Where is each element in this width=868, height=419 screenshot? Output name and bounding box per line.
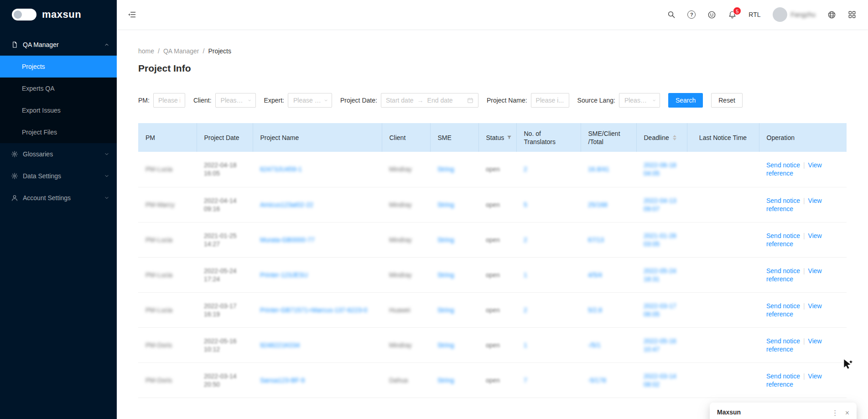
filter-funnel-icon[interactable] xyxy=(507,135,512,140)
deadline-link[interactable]: 2022-05-2418:31 xyxy=(644,267,680,283)
breadcrumb-current: Projects xyxy=(208,47,231,55)
popup-actions: ⋮ × xyxy=(832,409,849,417)
more-options-icon[interactable]: ⋮ xyxy=(832,409,839,417)
sme-link[interactable]: String xyxy=(437,341,454,349)
gear-icon xyxy=(11,172,18,180)
translators-link[interactable]: 7 xyxy=(524,377,527,384)
search-icon[interactable] xyxy=(667,10,676,19)
deadline-link[interactable]: 2021-01-2803:05 xyxy=(644,232,680,248)
sort-icon[interactable] xyxy=(673,135,676,140)
client-value: Mindray xyxy=(389,236,412,243)
deadline-link[interactable]: 2022-03-1706:05 xyxy=(644,302,680,318)
rtl-toggle[interactable]: RTL xyxy=(748,11,760,18)
col-client: Client xyxy=(382,123,430,152)
client-select[interactable]: Please s... xyxy=(215,93,256,108)
sme-link[interactable]: String xyxy=(437,236,454,243)
ratio-link[interactable]: 25/168 xyxy=(588,201,608,208)
sidebar-item-projects[interactable]: Projects xyxy=(0,56,117,78)
status-value: open xyxy=(486,166,500,173)
client-filter-group: Client: Please s... xyxy=(193,93,256,108)
sidebar-item-qa-manager[interactable]: QA Manager xyxy=(0,34,117,56)
end-date-placeholder: End date xyxy=(427,97,453,104)
send-notice-link[interactable]: Send notice xyxy=(766,372,800,380)
breadcrumb-qa-manager[interactable]: QA Manager xyxy=(163,47,199,55)
project-name-link[interactable]: 9248221K034 xyxy=(260,341,300,349)
deadline-link[interactable]: 2022-06-1804:05 xyxy=(644,161,680,177)
username: Fangzhu xyxy=(791,11,816,18)
translators-link[interactable]: 5 xyxy=(524,201,527,208)
sidebar-item-data-settings[interactable]: Data Settings xyxy=(0,165,117,187)
translators-link[interactable]: 1 xyxy=(524,271,527,279)
date-range-picker[interactable]: Start date → End date xyxy=(381,93,478,108)
sidebar-item-project-files[interactable]: Project Files xyxy=(0,121,117,143)
ratio-link[interactable]: 16.8/41 xyxy=(588,166,609,173)
table-row: PM-Lucia 2021-01-2514:27 Murata-GB0000-7… xyxy=(138,222,847,257)
expert-select[interactable]: Please s... xyxy=(288,93,332,108)
search-button[interactable]: Search xyxy=(668,93,703,108)
sidebar-item-account-settings[interactable]: Account Settings xyxy=(0,187,117,209)
name-filter-group: Project Name: xyxy=(487,93,569,108)
project-name-link[interactable]: Printer-GB71571+Marcus-137-6223-0 xyxy=(260,306,367,314)
help-glyph: ? xyxy=(690,12,693,17)
ratio-link[interactable]: 5/2.8 xyxy=(588,306,602,314)
col-last-notice-time: Last Notice Time xyxy=(687,123,759,152)
feedback-smiley-icon[interactable] xyxy=(707,10,716,19)
ratio-link[interactable]: 4/5/4 xyxy=(588,271,602,279)
client-value: Mindray xyxy=(389,341,412,349)
send-notice-link[interactable]: Send notice xyxy=(766,161,800,169)
send-notice-link[interactable]: Send notice xyxy=(766,232,800,239)
sidebar-item-glossaries[interactable]: Glossaries xyxy=(0,143,117,165)
send-notice-link[interactable]: Send notice xyxy=(766,197,800,204)
client-value: Mindray xyxy=(389,166,412,173)
send-notice-link[interactable]: Send notice xyxy=(766,337,800,345)
topbar-actions: ? 5 RTL Fangzhu xyxy=(667,7,856,22)
translators-link[interactable]: 2 xyxy=(524,306,527,314)
pm-label: PM: xyxy=(138,97,150,104)
reset-button[interactable]: Reset xyxy=(711,93,743,108)
pm-value: PM-Doris xyxy=(146,341,172,349)
apps-grid-icon[interactable] xyxy=(848,10,856,19)
close-icon[interactable]: × xyxy=(845,409,849,417)
breadcrumb-separator: / xyxy=(158,47,160,55)
ratio-link[interactable]: 67/13 xyxy=(588,236,604,243)
breadcrumb-home[interactable]: home xyxy=(138,47,154,55)
project-date-label: Project Date: xyxy=(340,97,377,104)
sme-link[interactable]: String xyxy=(437,201,454,208)
project-name-link[interactable]: 62473JU459-1 xyxy=(260,166,302,173)
sme-link[interactable]: String xyxy=(437,271,454,279)
col-deadline-label: Deadline xyxy=(644,134,669,142)
project-name-link[interactable]: Printer-123JESU xyxy=(260,271,308,279)
project-name-input[interactable] xyxy=(531,93,569,108)
operation-divider: | xyxy=(803,302,805,310)
sme-link[interactable]: String xyxy=(437,377,454,384)
project-name-link[interactable]: Amicus123at02-22 xyxy=(260,201,313,208)
pm-input[interactable] xyxy=(153,93,185,108)
deadline-link[interactable]: 2022-03-1408:02 xyxy=(644,372,680,388)
project-date-value: 2022-03-1420:50 xyxy=(204,372,245,388)
sidebar-item-experts-qa[interactable]: Experts QA xyxy=(0,78,117,99)
send-notice-link[interactable]: Send notice xyxy=(766,302,800,310)
ratio-link[interactable]: -/5/1 xyxy=(588,341,601,349)
pm-value: PM-Doris xyxy=(146,377,172,384)
send-notice-link[interactable]: Send notice xyxy=(766,267,800,274)
bell-icon[interactable]: 5 xyxy=(728,10,737,19)
deadline-link[interactable]: 2022-05-1610:47 xyxy=(644,337,680,353)
sidebar-collapse-icon[interactable] xyxy=(128,10,136,19)
translators-link[interactable]: 2 xyxy=(524,236,527,243)
source-lang-select[interactable]: Please s... xyxy=(619,93,660,108)
ratio-link[interactable]: -5/178 xyxy=(588,377,606,384)
sidebar-item-label: Data Settings xyxy=(23,172,61,180)
sidebar-item-export-issues[interactable]: Export Issues xyxy=(0,99,117,121)
project-name-link[interactable]: Sansa123-BF-9 xyxy=(260,377,305,384)
deadline-link[interactable]: 2022-04-1309:07 xyxy=(644,197,680,213)
help-icon[interactable]: ? xyxy=(687,10,696,19)
project-name-link[interactable]: Murata-GB0000-77 xyxy=(260,236,315,243)
translators-link[interactable]: 2 xyxy=(524,166,527,173)
table-row: PM-Lucia 2022-03-1716:19 Printer-GB71571… xyxy=(138,292,847,327)
translators-link[interactable]: 1 xyxy=(524,341,527,349)
sidebar-item-label: Export Issues xyxy=(22,107,61,114)
sme-link[interactable]: String xyxy=(437,166,454,173)
sme-link[interactable]: String xyxy=(437,306,454,314)
globe-icon[interactable] xyxy=(827,10,836,19)
user-menu[interactable]: Fangzhu xyxy=(773,7,816,22)
